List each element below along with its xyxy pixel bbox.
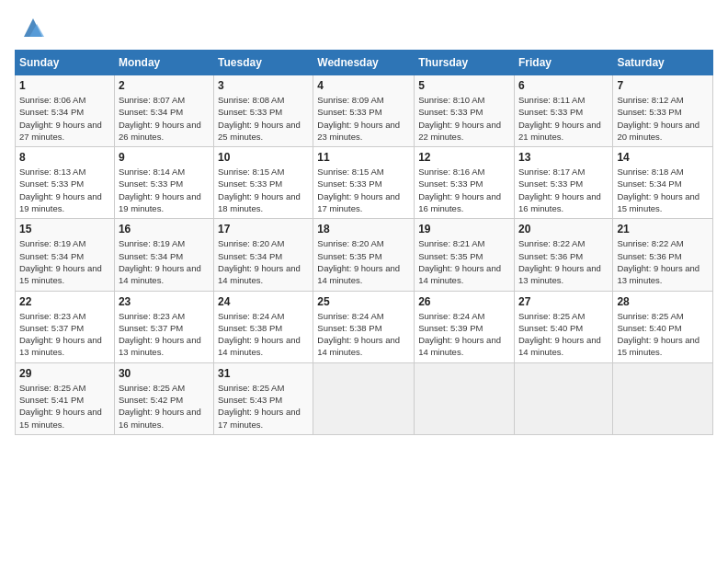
calendar-cell: 17 Sunrise: 8:20 AMSunset: 5:34 PMDaylig… [214,219,313,291]
calendar-cell: 23 Sunrise: 8:23 AMSunset: 5:37 PMDaylig… [114,291,213,362]
day-info: Sunrise: 8:24 AMSunset: 5:39 PMDaylight:… [418,311,501,358]
weekday-header-tuesday: Tuesday [214,51,313,75]
calendar-week-3: 15 Sunrise: 8:19 AMSunset: 5:34 PMDaylig… [16,219,713,291]
calendar-cell: 6 Sunrise: 8:11 AMSunset: 5:33 PMDayligh… [514,75,612,147]
day-info: Sunrise: 8:20 AMSunset: 5:35 PMDaylight:… [317,238,400,285]
calendar-cell: 28 Sunrise: 8:25 AMSunset: 5:40 PMDaylig… [613,291,713,362]
calendar-cell: 31 Sunrise: 8:25 AMSunset: 5:43 PMDaylig… [214,362,313,434]
day-number: 29 [19,367,110,380]
calendar-cell: 26 Sunrise: 8:24 AMSunset: 5:39 PMDaylig… [415,291,515,362]
day-number: 5 [418,79,510,92]
calendar-cell: 3 Sunrise: 8:08 AMSunset: 5:33 PMDayligh… [214,75,313,147]
logo-icon [20,15,46,40]
day-info: Sunrise: 8:25 AMSunset: 5:43 PMDaylight:… [218,383,301,430]
day-number: 1 [19,79,110,92]
calendar-week-4: 22 Sunrise: 8:23 AMSunset: 5:37 PMDaylig… [16,291,713,362]
weekday-header-row: SundayMondayTuesdayWednesdayThursdayFrid… [16,51,713,75]
day-info: Sunrise: 8:23 AMSunset: 5:37 PMDaylight:… [119,311,201,358]
day-info: Sunrise: 8:15 AMSunset: 5:33 PMDaylight:… [317,167,400,213]
day-number: 13 [518,151,609,164]
calendar-cell: 4 Sunrise: 8:09 AMSunset: 5:33 PMDayligh… [313,75,415,147]
day-info: Sunrise: 8:24 AMSunset: 5:38 PMDaylight:… [317,311,400,358]
weekday-header-thursday: Thursday [415,51,515,75]
calendar-cell [415,362,515,434]
calendar-cell: 10 Sunrise: 8:15 AMSunset: 5:33 PMDaylig… [214,147,313,219]
calendar-cell: 9 Sunrise: 8:14 AMSunset: 5:33 PMDayligh… [114,147,213,219]
calendar-cell: 13 Sunrise: 8:17 AMSunset: 5:33 PMDaylig… [514,147,612,219]
calendar-week-2: 8 Sunrise: 8:13 AMSunset: 5:33 PMDayligh… [16,147,713,219]
day-info: Sunrise: 8:25 AMSunset: 5:40 PMDaylight:… [617,311,700,358]
day-number: 12 [418,151,510,164]
weekday-header-friday: Friday [514,51,612,75]
calendar-cell: 22 Sunrise: 8:23 AMSunset: 5:37 PMDaylig… [16,291,115,362]
day-number: 18 [317,223,410,236]
calendar-table: SundayMondayTuesdayWednesdayThursdayFrid… [15,50,713,435]
calendar-header: SundayMondayTuesdayWednesdayThursdayFrid… [16,51,713,75]
day-number: 15 [19,223,110,236]
calendar-cell: 27 Sunrise: 8:25 AMSunset: 5:40 PMDaylig… [514,291,612,362]
day-number: 22 [19,295,110,308]
day-number: 19 [418,223,510,236]
weekday-header-wednesday: Wednesday [313,51,415,75]
day-number: 10 [218,151,309,164]
calendar-cell: 16 Sunrise: 8:19 AMSunset: 5:34 PMDaylig… [114,219,213,291]
day-info: Sunrise: 8:25 AMSunset: 5:41 PMDaylight:… [19,383,102,430]
day-info: Sunrise: 8:24 AMSunset: 5:38 PMDaylight:… [218,311,301,358]
day-info: Sunrise: 8:13 AMSunset: 5:33 PMDaylight:… [19,167,102,213]
calendar-cell: 5 Sunrise: 8:10 AMSunset: 5:33 PMDayligh… [415,75,515,147]
page-container: SundayMondayTuesdayWednesdayThursdayFrid… [0,0,728,442]
calendar-cell: 24 Sunrise: 8:24 AMSunset: 5:38 PMDaylig… [214,291,313,362]
day-info: Sunrise: 8:06 AMSunset: 5:34 PMDaylight:… [19,95,102,142]
day-number: 28 [617,295,709,308]
day-info: Sunrise: 8:12 AMSunset: 5:33 PMDaylight:… [617,95,700,142]
day-number: 8 [19,151,110,164]
day-number: 17 [218,223,309,236]
day-info: Sunrise: 8:16 AMSunset: 5:33 PMDaylight:… [418,167,501,213]
calendar-cell: 15 Sunrise: 8:19 AMSunset: 5:34 PMDaylig… [16,219,115,291]
calendar-cell: 7 Sunrise: 8:12 AMSunset: 5:33 PMDayligh… [613,75,713,147]
day-info: Sunrise: 8:10 AMSunset: 5:33 PMDaylight:… [418,95,501,142]
day-info: Sunrise: 8:08 AMSunset: 5:33 PMDaylight:… [218,95,301,142]
day-info: Sunrise: 8:19 AMSunset: 5:34 PMDaylight:… [19,238,102,285]
day-number: 6 [518,79,609,92]
weekday-header-sunday: Sunday [16,51,115,75]
day-info: Sunrise: 8:21 AMSunset: 5:35 PMDaylight:… [418,238,501,285]
day-info: Sunrise: 8:19 AMSunset: 5:34 PMDaylight:… [119,238,201,285]
calendar-week-5: 29 Sunrise: 8:25 AMSunset: 5:41 PMDaylig… [16,362,713,434]
day-number: 16 [119,223,210,236]
day-number: 20 [518,223,609,236]
day-info: Sunrise: 8:07 AMSunset: 5:34 PMDaylight:… [119,95,201,142]
day-info: Sunrise: 8:22 AMSunset: 5:36 PMDaylight:… [518,238,601,285]
day-number: 21 [617,223,709,236]
day-info: Sunrise: 8:17 AMSunset: 5:33 PMDaylight:… [518,167,601,213]
calendar-cell: 29 Sunrise: 8:25 AMSunset: 5:41 PMDaylig… [16,362,115,434]
day-number: 2 [119,79,210,92]
calendar-cell [613,362,713,434]
day-info: Sunrise: 8:14 AMSunset: 5:33 PMDaylight:… [119,167,201,213]
day-number: 27 [518,295,609,308]
calendar-cell: 12 Sunrise: 8:16 AMSunset: 5:33 PMDaylig… [415,147,515,219]
day-info: Sunrise: 8:09 AMSunset: 5:33 PMDaylight:… [317,95,400,142]
day-number: 25 [317,295,410,308]
day-number: 4 [317,79,410,92]
day-number: 26 [418,295,510,308]
day-number: 11 [317,151,410,164]
calendar-cell: 21 Sunrise: 8:22 AMSunset: 5:36 PMDaylig… [613,219,713,291]
calendar-cell [514,362,612,434]
calendar-cell: 11 Sunrise: 8:15 AMSunset: 5:33 PMDaylig… [313,147,415,219]
day-info: Sunrise: 8:20 AMSunset: 5:34 PMDaylight:… [218,238,301,285]
weekday-header-saturday: Saturday [613,51,713,75]
day-number: 9 [119,151,210,164]
calendar-cell: 2 Sunrise: 8:07 AMSunset: 5:34 PMDayligh… [114,75,213,147]
day-info: Sunrise: 8:25 AMSunset: 5:42 PMDaylight:… [119,383,201,430]
day-number: 23 [119,295,210,308]
calendar-cell: 1 Sunrise: 8:06 AMSunset: 5:34 PMDayligh… [16,75,115,147]
day-number: 3 [218,79,309,92]
calendar-body: 1 Sunrise: 8:06 AMSunset: 5:34 PMDayligh… [16,75,713,435]
weekday-header-monday: Monday [114,51,213,75]
calendar-cell [313,362,415,434]
calendar-cell: 8 Sunrise: 8:13 AMSunset: 5:33 PMDayligh… [16,147,115,219]
day-info: Sunrise: 8:22 AMSunset: 5:36 PMDaylight:… [617,238,700,285]
day-number: 14 [617,151,709,164]
calendar-cell: 14 Sunrise: 8:18 AMSunset: 5:34 PMDaylig… [613,147,713,219]
